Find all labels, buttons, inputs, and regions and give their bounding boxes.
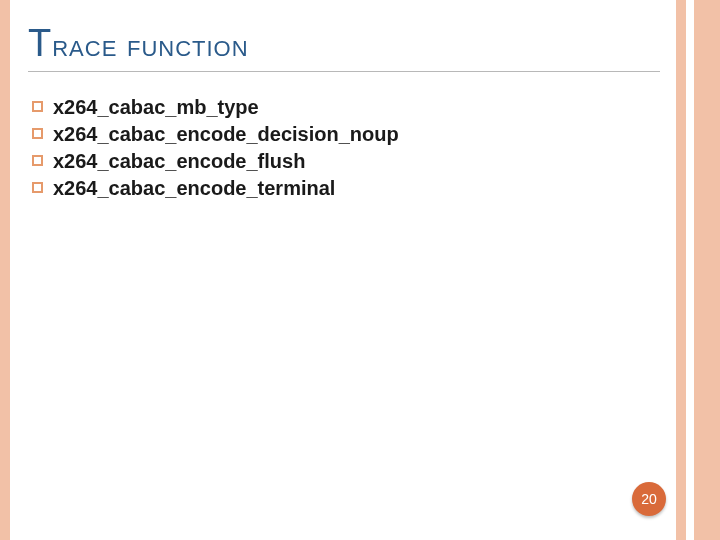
bullet-text: x264_cabac_mb_type <box>53 94 259 121</box>
slide-title: Trace function <box>28 22 660 72</box>
slide-content: Trace function x264_cabac_mb_type x264_c… <box>28 22 660 202</box>
bullet-icon <box>32 182 43 193</box>
bullet-text: x264_cabac_encode_decision_noup <box>53 121 399 148</box>
page-number-badge: 20 <box>632 482 666 516</box>
bullet-list: x264_cabac_mb_type x264_cabac_encode_dec… <box>32 94 660 202</box>
accent-stripe-left <box>0 0 10 540</box>
bullet-text: x264_cabac_encode_terminal <box>53 175 335 202</box>
list-item: x264_cabac_encode_terminal <box>32 175 660 202</box>
page-number: 20 <box>641 491 657 507</box>
accent-stripe-gap <box>686 0 694 540</box>
title-rest: race function <box>52 28 248 63</box>
list-item: x264_cabac_encode_flush <box>32 148 660 175</box>
accent-stripe-right <box>694 0 720 540</box>
list-item: x264_cabac_encode_decision_noup <box>32 121 660 148</box>
bullet-icon <box>32 101 43 112</box>
list-item: x264_cabac_mb_type <box>32 94 660 121</box>
title-first-letter: T <box>28 22 52 64</box>
bullet-text: x264_cabac_encode_flush <box>53 148 305 175</box>
bullet-icon <box>32 128 43 139</box>
accent-stripe-right-thin <box>676 0 686 540</box>
bullet-icon <box>32 155 43 166</box>
